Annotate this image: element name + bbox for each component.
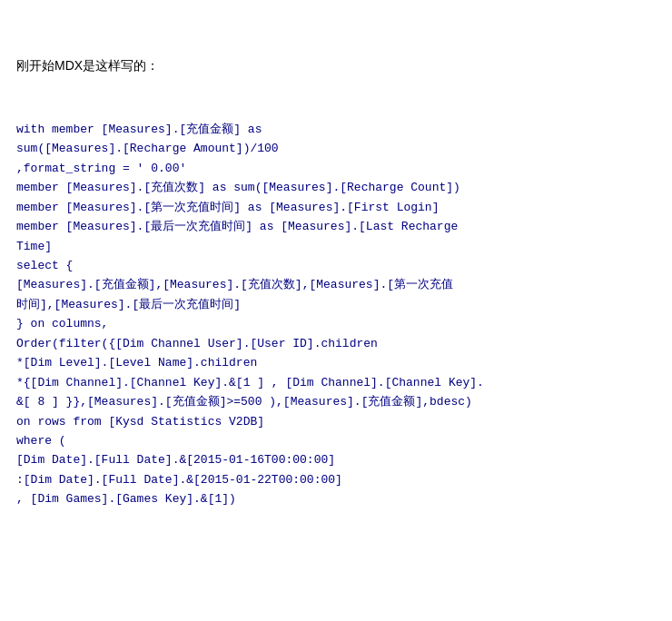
page-title: 刚开始MDX是这样写的： [16, 55, 656, 75]
main-content: 刚开始MDX是这样写的： with member [Measures].[充值金… [0, 0, 672, 544]
code-content: with member [Measures].[充值金额] as sum([Me… [16, 120, 656, 509]
